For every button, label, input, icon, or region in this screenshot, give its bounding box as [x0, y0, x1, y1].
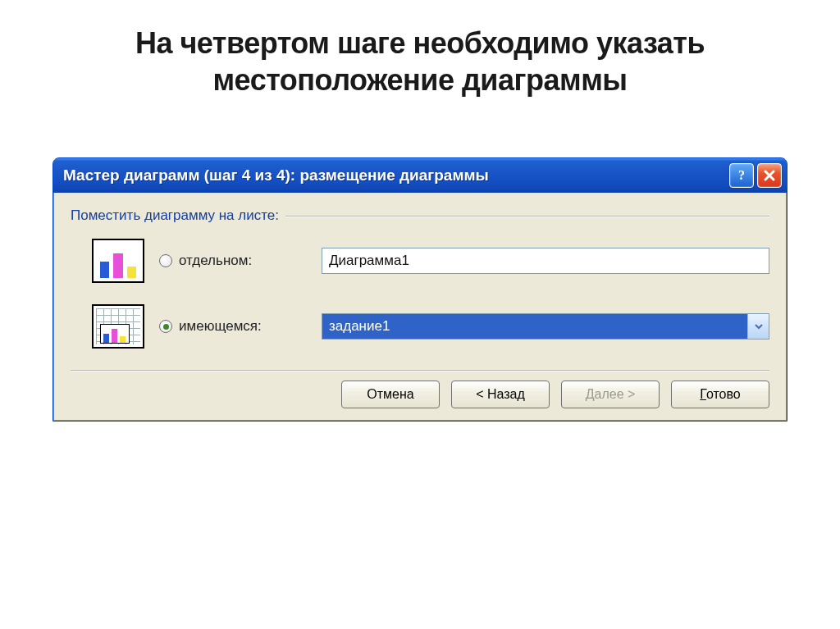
radio-new-sheet-label: отдельном: [179, 253, 252, 269]
close-icon [763, 169, 776, 182]
radio-new-sheet-indicator [159, 254, 172, 267]
radio-existing-sheet-label: имеющемся: [179, 318, 262, 335]
wizard-button-row: Отмена < Назад Далее > Готово [71, 381, 769, 408]
finish-button[interactable]: Готово [671, 381, 769, 408]
radio-existing-sheet[interactable]: имеющемся: [159, 318, 307, 335]
chart-wizard-window: Мастер диаграмм (шаг 4 из 4): размещение… [52, 157, 788, 422]
window-title: Мастер диаграмм (шаг 4 из 4): размещение… [63, 166, 729, 185]
existing-sheet-value: задание1 [329, 318, 390, 335]
chevron-down-icon [754, 321, 764, 331]
option-new-sheet-row: отдельном: Диаграмма1 [92, 239, 769, 283]
cancel-button[interactable]: Отмена [341, 381, 440, 408]
new-sheet-name-input[interactable]: Диаграмма1 [322, 248, 769, 274]
existing-sheet-combo[interactable]: задание1 [322, 313, 769, 340]
close-button[interactable] [757, 163, 782, 188]
svg-text:?: ? [738, 168, 745, 182]
radio-new-sheet[interactable]: отдельном: [159, 253, 307, 269]
chart-existing-sheet-icon [92, 304, 144, 349]
titlebar-buttons: ? [729, 163, 782, 188]
next-button: Далее > [561, 381, 660, 408]
option-existing-sheet-row: имеющемся: задание1 [92, 304, 769, 349]
finish-label-rest: отово [706, 387, 741, 401]
finish-accelerator: Г [700, 387, 706, 401]
separator [71, 370, 769, 371]
separator [285, 216, 769, 217]
help-button[interactable]: ? [729, 163, 754, 188]
chart-new-sheet-icon [92, 239, 144, 283]
help-icon: ? [734, 168, 749, 183]
slide-title: На четвертом шаге необходимо указать мес… [0, 0, 840, 98]
back-button[interactable]: < Назад [451, 381, 550, 408]
group-header: Поместить диаграмму на листе: [71, 207, 769, 224]
combo-dropdown-button[interactable] [747, 314, 769, 339]
group-label: Поместить диаграмму на листе: [71, 207, 279, 224]
titlebar: Мастер диаграмм (шаг 4 из 4): размещение… [53, 158, 787, 193]
radio-existing-sheet-indicator [159, 320, 172, 333]
dialog-body: Поместить диаграмму на листе: отдельном:… [53, 193, 787, 421]
